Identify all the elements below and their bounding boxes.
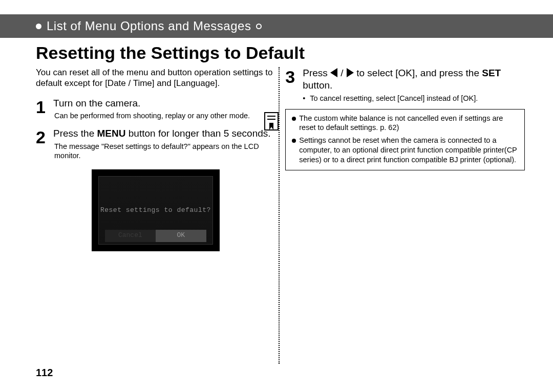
step-number: 3 xyxy=(285,67,300,103)
note-item: The custom white balance is not cancelle… xyxy=(292,114,519,133)
step-note: Can be performed from shooting, replay o… xyxy=(53,111,275,120)
header-bullet-icon xyxy=(256,24,262,29)
step-number: 2 xyxy=(36,127,50,160)
lcd-message: Reset settings to default? xyxy=(99,206,212,214)
left-column: You can reset all of the menu and button… xyxy=(36,67,275,251)
intro-text: You can reset all of the menu and button… xyxy=(36,67,275,89)
right-arrow-icon xyxy=(347,68,354,77)
two-column-layout: You can reset all of the menu and button… xyxy=(36,67,525,251)
note-icon xyxy=(263,112,281,132)
page-body: Resetting the Settings to Default You ca… xyxy=(0,38,553,251)
step-number: 1 xyxy=(36,97,50,121)
step-note: The message "Reset settings to default?"… xyxy=(53,142,275,160)
lcd-screen: Reset settings to default? Cancel OK xyxy=(92,169,220,251)
step-2: 2 Press the MENU button for longer than … xyxy=(36,127,275,160)
step-instruction: Press the MENU button for longer than 5 … xyxy=(53,127,275,140)
section-header: List of Menu Options and Messages xyxy=(0,14,553,38)
svg-rect-0 xyxy=(265,113,278,130)
left-arrow-icon xyxy=(330,68,337,77)
step-3: 3 Press / to select [OK], and press the … xyxy=(285,67,525,103)
step-instruction: Press / to select [OK], and press the SE… xyxy=(303,67,525,92)
step-note: • To cancel resetting, select [Cancel] i… xyxy=(303,94,525,103)
step-1: 1 Turn on the camera. Can be performed f… xyxy=(36,97,275,121)
page-title: Resetting the Settings to Default xyxy=(36,43,525,63)
right-column: 3 Press / to select [OK], and press the … xyxy=(285,67,525,251)
manual-page: List of Menu Options and Messages Resett… xyxy=(0,0,553,392)
header-bullet-icon xyxy=(36,24,41,29)
lcd-ok-button: OK xyxy=(156,230,206,242)
note-box: The custom white balance is not cancelle… xyxy=(285,109,525,170)
note-item: Settings cannot be reset when the camera… xyxy=(292,136,519,165)
column-divider xyxy=(275,67,285,251)
bullet-icon xyxy=(292,117,296,121)
section-title: List of Menu Options and Messages xyxy=(47,19,251,33)
page-number: 112 xyxy=(36,367,53,379)
bullet-icon xyxy=(292,139,296,143)
lcd-figure: Reset settings to default? Cancel OK xyxy=(36,169,275,251)
step-instruction: Turn on the camera. xyxy=(53,97,275,110)
lcd-cancel-button: Cancel xyxy=(105,230,156,242)
